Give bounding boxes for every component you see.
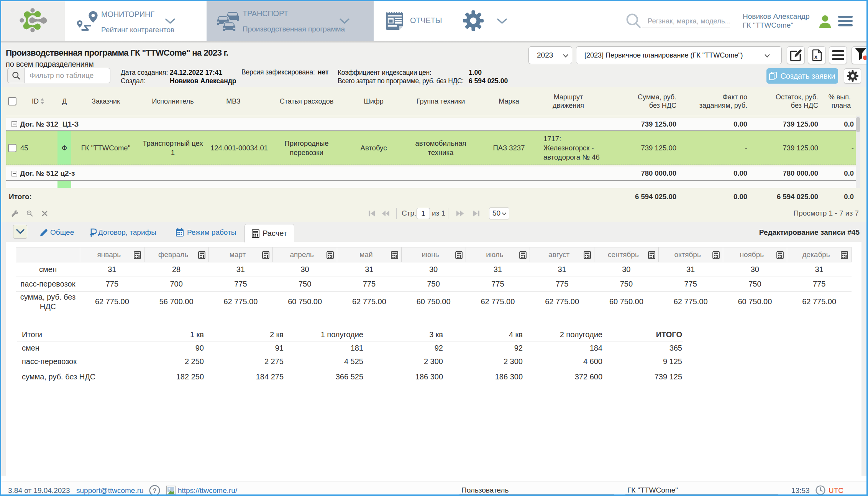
svg-text:x: x — [814, 54, 817, 60]
svg-text:?: ? — [153, 487, 156, 494]
